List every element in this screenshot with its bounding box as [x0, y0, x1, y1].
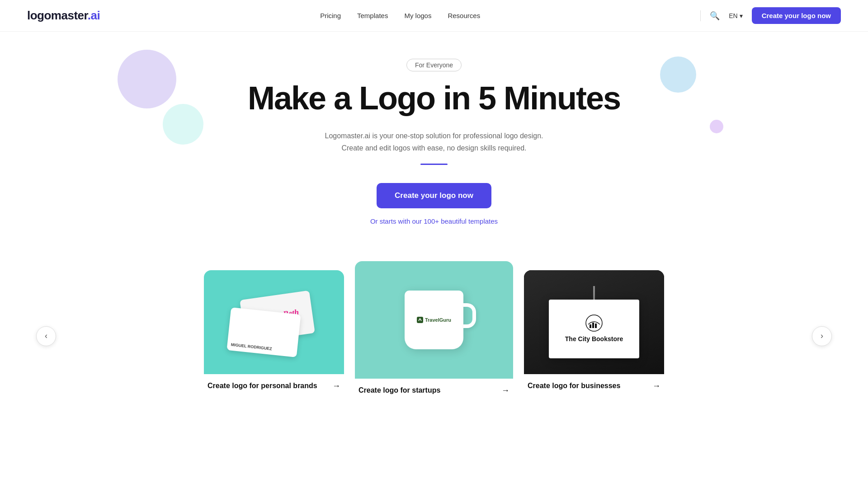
card-businesses-label: Create logo for businesses	[528, 382, 620, 390]
search-icon[interactable]: 🔍	[710, 11, 720, 21]
nav-right: 🔍 EN ▾ Create your logo now	[700, 7, 841, 24]
bcard-front: MIGUEL RODRIGUEZ	[226, 307, 301, 357]
card-startups-img: TravelGuru	[355, 261, 513, 379]
hero-subtitle: Logomaster.ai is your one-stop solution …	[9, 130, 859, 154]
nav-my-logos[interactable]: My logos	[404, 12, 431, 19]
bookstore-sign: The City Bookstore	[549, 286, 639, 358]
nav-links: Pricing Templates My logos Resources	[320, 12, 480, 20]
sign-icon	[585, 314, 603, 332]
card-businesses-footer: Create logo for businesses →	[524, 374, 664, 394]
card-businesses-arrow: →	[652, 381, 660, 391]
nav-pricing[interactable]: Pricing	[320, 12, 341, 19]
logo-text: logomaster	[27, 9, 88, 22]
hero-templates-link[interactable]: Or starts with our 100+ beautiful templa…	[9, 217, 859, 225]
hero-tag: For Everyone	[406, 59, 462, 71]
card-startups-label: Create logo for startups	[359, 386, 440, 394]
cards-section: ‹ Melissa Beth DESIGN STUDIO MIGUEL RODR…	[0, 270, 868, 435]
bubble-blue	[660, 56, 696, 93]
svg-rect-2	[590, 324, 591, 328]
nav-divider	[700, 10, 701, 21]
navbar: logomaster.ai Pricing Templates My logos…	[0, 0, 868, 32]
card-startups-arrow: →	[501, 386, 509, 395]
mug-logo: TravelGuru	[417, 317, 451, 323]
card-businesses[interactable]: The City Bookstore Create logo for busin…	[524, 270, 664, 394]
hero-cta-button[interactable]: Create your logo now	[377, 183, 491, 208]
language-selector[interactable]: EN ▾	[729, 12, 742, 19]
cards-wrapper: Melissa Beth DESIGN STUDIO MIGUEL RODRIG…	[204, 270, 664, 399]
nav-cta-button[interactable]: Create your logo now	[752, 7, 841, 24]
svg-rect-4	[595, 324, 597, 328]
svg-rect-3	[592, 323, 594, 328]
card-personal-label: Create logo for personal brands	[208, 382, 317, 390]
logo-accent: .ai	[88, 9, 100, 22]
card-startups[interactable]: TravelGuru Create logo for startups →	[355, 261, 513, 399]
card-personal-footer: Create logo for personal brands →	[204, 374, 344, 394]
carousel-next-button[interactable]: ›	[812, 326, 832, 346]
nav-templates[interactable]: Templates	[357, 12, 388, 19]
sign-board: The City Bookstore	[549, 300, 639, 358]
bubble-teal	[163, 104, 203, 145]
hero-divider	[420, 164, 448, 165]
mug-handle	[463, 303, 476, 328]
business-card-mockup: Melissa Beth DESIGN STUDIO MIGUEL RODRIG…	[229, 291, 319, 354]
bubble-lavender	[710, 120, 723, 133]
card-businesses-img: The City Bookstore	[524, 270, 664, 374]
sign-text: The City Bookstore	[565, 335, 623, 343]
card-personal-img: Melissa Beth DESIGN STUDIO MIGUEL RODRIG…	[204, 270, 344, 374]
nav-resources[interactable]: Resources	[448, 12, 480, 19]
hero-section: For Everyone Make a Logo in 5 Minutes Lo…	[0, 32, 868, 270]
card-personal-arrow: →	[332, 381, 340, 391]
mug-mockup: TravelGuru	[393, 279, 475, 361]
sign-bracket	[593, 286, 595, 300]
carousel-prev-button[interactable]: ‹	[36, 326, 56, 346]
card-personal-brands[interactable]: Melissa Beth DESIGN STUDIO MIGUEL RODRIG…	[204, 270, 344, 394]
mug-logo-icon	[417, 317, 423, 323]
mug-body: TravelGuru	[405, 291, 463, 349]
logo[interactable]: logomaster.ai	[27, 9, 100, 23]
bubble-purple	[118, 50, 176, 108]
bcard-person: MIGUEL RODRIGUEZ	[231, 342, 272, 351]
card-startups-footer: Create logo for startups →	[355, 379, 513, 399]
